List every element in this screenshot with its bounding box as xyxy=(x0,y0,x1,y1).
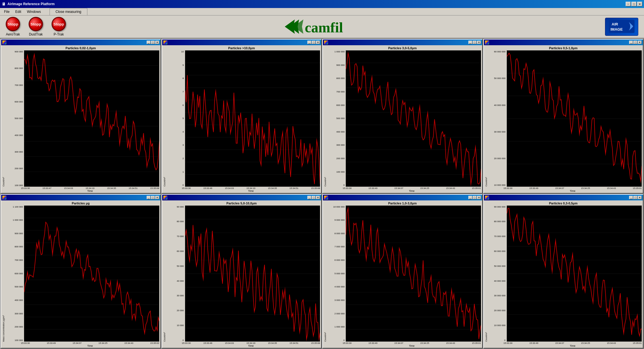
chart-titlebar-6: _ □ ✕ xyxy=(323,195,482,200)
x-axis-7: 15:33:3015:33:4915:34:0715:34:2515:34:43… xyxy=(485,342,642,344)
chart-canvas-3 xyxy=(507,50,642,187)
svg-text:IMAGE: IMAGE xyxy=(610,27,623,31)
y-tick: 20 000 000 xyxy=(494,309,505,312)
chart-max-0[interactable]: □ xyxy=(151,41,155,44)
y-tick: 500 000 xyxy=(15,117,23,120)
maximize-button[interactable]: □ xyxy=(631,2,637,6)
aerotrak-stop-button[interactable]: Stopp xyxy=(6,17,20,31)
chart-icon-3 xyxy=(485,40,489,44)
x-tick: 15:34:43 xyxy=(607,342,616,344)
y-tick: 3 000 000 xyxy=(334,299,345,301)
y-axis-label-0: Count/m³ xyxy=(2,50,5,187)
y-tick: 2 xyxy=(182,157,184,160)
chart-min-0[interactable]: _ xyxy=(147,41,151,44)
dusttrak-label: DustTrak xyxy=(29,32,43,36)
chart-window-7: _ □ ✕ Particles 0,3-0,5μmCount/m³90 000 … xyxy=(483,194,644,349)
airimage-svg: AIR IMAGE xyxy=(609,20,635,33)
svg-text:AIR: AIR xyxy=(612,22,618,26)
x-tick: 15:33:49 xyxy=(529,342,538,344)
chart-close-3[interactable]: ✕ xyxy=(638,41,642,44)
chart-max-6[interactable]: □ xyxy=(473,196,477,199)
x-tick: 15:33:30 xyxy=(182,187,191,190)
x-tick: 15:34:19 xyxy=(246,342,255,344)
menu-windows[interactable]: Windows xyxy=(24,8,44,15)
dusttrak-stop-button[interactable]: Stopp xyxy=(29,17,43,31)
close-measuring-tab[interactable]: Close measuring xyxy=(50,8,87,15)
chart-plot-2 xyxy=(346,50,481,187)
y-axis-6: 10 000 0009 000 0008 000 0007 000 0006 0… xyxy=(327,206,346,342)
minimize-button[interactable]: − xyxy=(626,2,631,6)
y-axis-label-2: Count/m³ xyxy=(324,50,327,187)
x-tick: 15:34:43 xyxy=(124,342,133,344)
y-tick: 60 000 xyxy=(177,250,184,253)
x-axis-title-0: Time xyxy=(2,190,159,192)
chart-min-2[interactable]: _ xyxy=(468,41,472,44)
y-tick: 40 000 xyxy=(177,280,184,282)
y-axis-label-5: Count/m³ xyxy=(163,206,166,342)
chart-close-2[interactable]: ✕ xyxy=(477,41,481,44)
chart-max-3[interactable]: □ xyxy=(633,41,637,44)
y-axis-wrapper-5: Count/m³90 00080 00070 00060 00050 00040… xyxy=(163,206,185,342)
y-tick: 600 000 xyxy=(336,104,345,107)
menu-file[interactable]: File xyxy=(1,8,12,15)
chart-area-4: Mass concentration μg/m³1 100 0001 000 0… xyxy=(2,206,159,342)
y-tick: 90 000 xyxy=(177,206,184,208)
chart-close-4[interactable]: ✕ xyxy=(155,196,159,199)
x-tick: 15:33:46 xyxy=(203,342,212,344)
x-tick: 15:33:49 xyxy=(368,187,377,190)
y-tick: 70 000 000 xyxy=(494,235,505,238)
chart-area-3: Count/m³60 000 00050 000 00040 000 00030… xyxy=(485,50,642,187)
x-tick: 15:34:25 xyxy=(99,342,107,344)
menu-edit[interactable]: Edit xyxy=(12,8,24,15)
y-tick: 60 000 000 xyxy=(494,250,505,253)
chart-close-7[interactable]: ✕ xyxy=(638,196,642,199)
chart-min-1[interactable]: _ xyxy=(307,41,311,44)
y-tick: 90 000 000 xyxy=(494,206,505,208)
y-tick: 7 xyxy=(182,90,184,93)
chart-min-7[interactable]: _ xyxy=(629,196,633,199)
chart-plot-4 xyxy=(24,206,159,342)
y-tick: 200 000 xyxy=(15,326,23,328)
stop-buttons: Stopp AeroTrak Stopp DustTrak Stopp P-Tr… xyxy=(6,17,66,36)
chart-max-4[interactable]: □ xyxy=(151,196,155,199)
x-tick: 15:34:43 xyxy=(446,187,455,190)
chart-max-2[interactable]: □ xyxy=(473,41,477,44)
x-tick: 15:34:07 xyxy=(555,187,564,190)
x-tick: 15:34:25 xyxy=(420,342,429,344)
aerotrak-stop-label: Stopp xyxy=(8,22,18,26)
ptrak-stop-button[interactable]: Stopp xyxy=(52,17,66,31)
y-tick: 60 000 000 xyxy=(494,50,505,53)
chart-close-5[interactable]: ✕ xyxy=(316,196,320,199)
chart-min-5[interactable]: _ xyxy=(307,196,311,199)
chart-plot-0 xyxy=(24,50,159,187)
chart-max-5[interactable]: □ xyxy=(312,196,316,199)
chart-close-6[interactable]: ✕ xyxy=(477,196,481,199)
chart-close-0[interactable]: ✕ xyxy=(155,41,159,44)
chart-title-btns-1: _ □ ✕ xyxy=(307,41,320,44)
y-tick: 5 000 000 xyxy=(334,272,345,275)
chart-min-6[interactable]: _ xyxy=(468,196,472,199)
chart-max-7[interactable]: □ xyxy=(633,196,637,199)
y-tick: 0 xyxy=(182,339,184,342)
chart-plot-3 xyxy=(507,50,642,187)
x-tick: 15:34:35 xyxy=(107,187,116,190)
chart-min-3[interactable]: _ xyxy=(629,41,633,44)
y-tick: 30 000 xyxy=(177,294,184,297)
x-axis-2: 15:33:3015:33:4915:34:0715:34:2515:34:43… xyxy=(324,187,481,190)
x-tick: 15:35:08 xyxy=(311,342,320,344)
chart-icon-6 xyxy=(324,196,328,200)
chart-min-4[interactable]: _ xyxy=(147,196,151,199)
chart-plot-6 xyxy=(346,206,481,342)
chart-close-1[interactable]: ✕ xyxy=(316,41,320,44)
y-tick: 2 000 000 xyxy=(334,312,345,315)
chart-body-4: Particles μgMass concentration μg/m³1 10… xyxy=(1,200,160,348)
chart-canvas-5 xyxy=(185,206,320,342)
y-tick: 9 000 000 xyxy=(334,219,345,221)
app-title: AirImage Reference Platform xyxy=(7,2,55,6)
x-tick: 15:33:30 xyxy=(21,187,30,190)
close-button[interactable]: ✕ xyxy=(637,2,642,6)
y-axis-label-1: Count/m³ xyxy=(163,50,166,187)
chart-max-1[interactable]: □ xyxy=(312,41,316,44)
y-tick: 70 000 xyxy=(177,235,184,238)
y-tick: 20 000 xyxy=(177,309,184,312)
